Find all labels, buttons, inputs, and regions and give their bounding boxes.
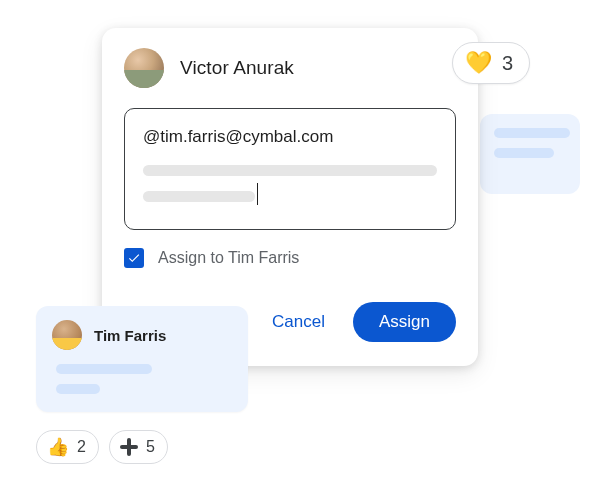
- check-icon: [127, 251, 141, 265]
- assignee-avatar: [52, 320, 82, 350]
- reaction-thumbs-pill[interactable]: 👍 2: [36, 430, 99, 464]
- author-avatar: [124, 48, 164, 88]
- reaction-count: 3: [502, 52, 513, 75]
- skeleton-line: [494, 148, 554, 158]
- cancel-button[interactable]: Cancel: [258, 304, 339, 340]
- mention-text: @tim.farris@cymbal.com: [143, 127, 437, 147]
- skeleton-line: [494, 128, 570, 138]
- skeleton-line: [56, 364, 152, 374]
- skeleton-line: [56, 384, 100, 394]
- author-name: Victor Anurak: [180, 57, 294, 79]
- text-cursor: [257, 183, 258, 205]
- skeleton-line: [143, 165, 437, 176]
- thumbs-up-icon: 👍: [47, 438, 69, 456]
- assign-label: Assign to Tim Farris: [158, 249, 299, 267]
- reaction-count: 5: [146, 438, 155, 456]
- assignee-card[interactable]: Tim Farris: [36, 306, 248, 412]
- reaction-heart-pill[interactable]: 💛 3: [452, 42, 530, 84]
- reaction-row: 👍 2 5: [36, 430, 168, 464]
- author-row: Victor Anurak: [124, 48, 456, 88]
- heart-icon: 💛: [465, 52, 492, 74]
- background-card-right: [480, 114, 580, 194]
- assign-button[interactable]: Assign: [353, 302, 456, 342]
- reaction-count: 2: [77, 438, 86, 456]
- add-reaction-pill[interactable]: 5: [109, 430, 168, 464]
- skeleton-line: [143, 191, 255, 202]
- assign-checkbox[interactable]: [124, 248, 144, 268]
- assignee-header: Tim Farris: [52, 320, 232, 350]
- assign-row: Assign to Tim Farris: [124, 248, 456, 268]
- plus-icon: [120, 438, 138, 456]
- assignee-name: Tim Farris: [94, 327, 166, 344]
- comment-textarea[interactable]: @tim.farris@cymbal.com: [124, 108, 456, 230]
